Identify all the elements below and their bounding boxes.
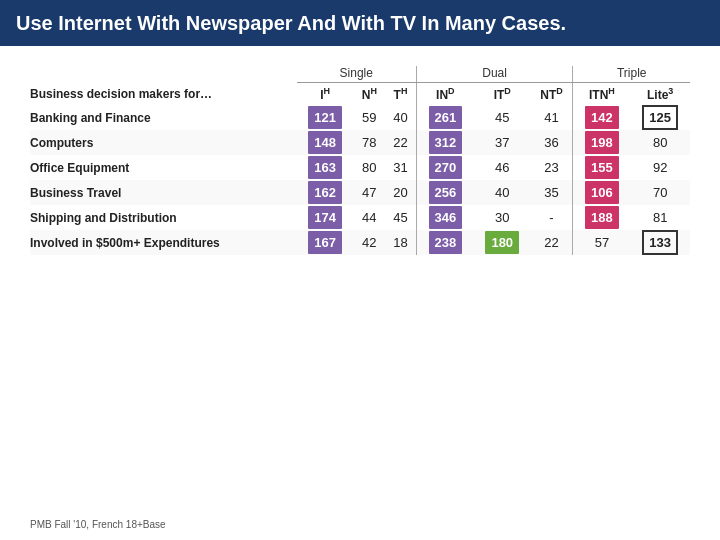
cell-Lite3: 81 <box>630 205 690 230</box>
cell-NTD: 35 <box>531 180 573 205</box>
header-title: Use Internet With Newspaper And With TV … <box>16 12 566 34</box>
col-header-ITNH: ITNH <box>573 83 631 106</box>
cell-IND: 312 <box>416 130 474 155</box>
cell-NH: 59 <box>354 105 386 130</box>
group-header-triple: Triple <box>573 66 690 83</box>
cell-Lite3: 80 <box>630 130 690 155</box>
cell-NTD: 36 <box>531 130 573 155</box>
cell-NTD: 41 <box>531 105 573 130</box>
cell-TH: 18 <box>385 230 416 255</box>
cell-ITNH: 198 <box>573 130 631 155</box>
cell-label: Involved in $500m+ Expenditures <box>30 230 297 255</box>
cell-ITD: 30 <box>474 205 531 230</box>
col-header-IND: IND <box>416 83 474 106</box>
cell-IH: 163 <box>297 155 354 180</box>
cell-ITNH: 155 <box>573 155 631 180</box>
cell-ITNH: 188 <box>573 205 631 230</box>
cell-Lite3: 133 <box>630 230 690 255</box>
group-header-dual: Dual <box>416 66 573 83</box>
cell-label: Shipping and Distribution <box>30 205 297 230</box>
cell-NH: 42 <box>354 230 386 255</box>
table-row: Office Equipment1638031270462315592 <box>30 155 690 180</box>
cell-IH: 121 <box>297 105 354 130</box>
cell-IND: 270 <box>416 155 474 180</box>
col-header-NTD: NTD <box>531 83 573 106</box>
data-table: Single Dual Triple Business decision mak… <box>30 66 690 255</box>
cell-TH: 45 <box>385 205 416 230</box>
cell-TH: 22 <box>385 130 416 155</box>
table-body: Banking and Finance12159402614541142125C… <box>30 105 690 255</box>
cell-label: Computers <box>30 130 297 155</box>
cell-IND: 346 <box>416 205 474 230</box>
cell-IND: 261 <box>416 105 474 130</box>
cell-NTD: 22 <box>531 230 573 255</box>
page-header: Use Internet With Newspaper And With TV … <box>0 0 720 46</box>
table-row: Banking and Finance12159402614541142125 <box>30 105 690 130</box>
footer: PMB Fall '10, French 18+Base <box>30 519 166 530</box>
cell-IND: 256 <box>416 180 474 205</box>
cell-IND: 238 <box>416 230 474 255</box>
cell-ITD: 46 <box>474 155 531 180</box>
cell-NTD: 23 <box>531 155 573 180</box>
cell-TH: 20 <box>385 180 416 205</box>
table-row: Business Travel1624720256403510670 <box>30 180 690 205</box>
cell-TH: 40 <box>385 105 416 130</box>
cell-NH: 47 <box>354 180 386 205</box>
cell-NH: 78 <box>354 130 386 155</box>
cell-Lite3: 70 <box>630 180 690 205</box>
cell-ITNH: 57 <box>573 230 631 255</box>
col-header-NH: NH <box>354 83 386 106</box>
cell-ITD: 37 <box>474 130 531 155</box>
cell-IH: 167 <box>297 230 354 255</box>
cell-TH: 31 <box>385 155 416 180</box>
cell-label: Banking and Finance <box>30 105 297 130</box>
col-header-TH: TH <box>385 83 416 106</box>
col-header-label: Business decision makers for… <box>30 83 297 106</box>
main-content: Single Dual Triple Business decision mak… <box>0 46 720 265</box>
cell-Lite3: 92 <box>630 155 690 180</box>
cell-IH: 174 <box>297 205 354 230</box>
cell-IH: 148 <box>297 130 354 155</box>
cell-ITD: 180 <box>474 230 531 255</box>
cell-label: Office Equipment <box>30 155 297 180</box>
col-header-IH: IH <box>297 83 354 106</box>
cell-IH: 162 <box>297 180 354 205</box>
table-row: Involved in $500m+ Expenditures167421823… <box>30 230 690 255</box>
footer-text: PMB Fall '10, French 18+Base <box>30 519 166 530</box>
cell-ITNH: 142 <box>573 105 631 130</box>
cell-ITD: 45 <box>474 105 531 130</box>
col-header-ITD: ITD <box>474 83 531 106</box>
cell-ITD: 40 <box>474 180 531 205</box>
cell-label: Business Travel <box>30 180 297 205</box>
col-header-Lite3: Lite3 <box>630 83 690 106</box>
cell-ITNH: 106 <box>573 180 631 205</box>
cell-NH: 44 <box>354 205 386 230</box>
cell-NTD: - <box>531 205 573 230</box>
table-row: Computers1487822312373619880 <box>30 130 690 155</box>
group-header-single: Single <box>297 66 417 83</box>
cell-NH: 80 <box>354 155 386 180</box>
table-row: Shipping and Distribution174444534630-18… <box>30 205 690 230</box>
cell-Lite3: 125 <box>630 105 690 130</box>
